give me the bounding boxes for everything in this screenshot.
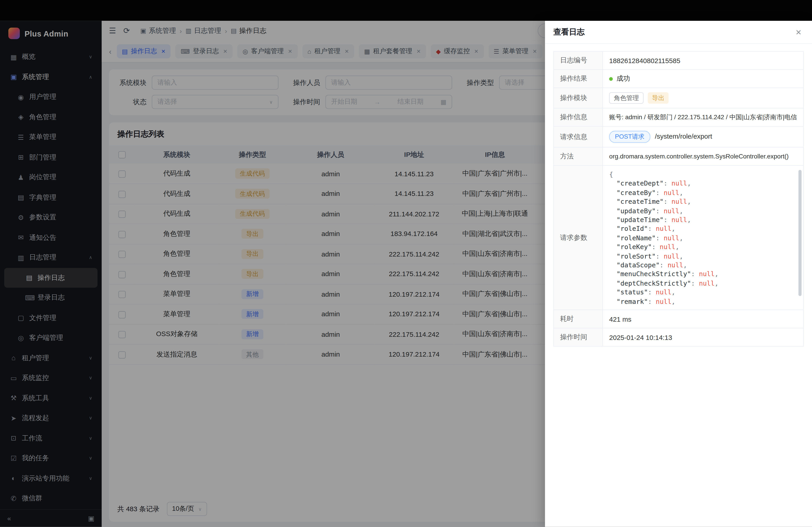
json-line: "createDept": null, [609,179,801,188]
json-key: "createTime" [617,198,664,206]
success-status-dot [609,77,613,81]
json-colon: : [656,189,664,197]
json-colon: : [691,270,699,278]
json-line: "updateTime": null, [609,215,801,224]
result-value: 成功 [617,75,630,82]
json-key: "status" [617,288,648,296]
operation-time-value: 2025-01-24 10:14:13 [603,328,803,346]
json-scrollbar-thumb[interactable] [798,170,802,296]
json-comma: , [671,225,675,233]
module-tag: 角色管理 [609,92,644,104]
json-colon: : [648,288,656,296]
json-key: "updateTime" [617,216,664,224]
json-comma: , [687,198,691,206]
json-comma: , [675,243,679,251]
json-colon: : [656,252,664,260]
json-line: "roleSort": null, [609,252,801,260]
json-colon: : [656,234,664,242]
json-null-value: null [656,225,671,233]
json-line: { [609,170,801,179]
json-key: "roleName" [617,234,656,242]
drawer-title: 查看日志 [553,27,585,37]
json-line: "roleKey": null, [609,243,801,252]
json-colon: : [648,225,656,233]
detail-row-request: 请求信息 POST请求/system/role/export [553,126,803,147]
json-key: "menuCheckStrictly" [617,270,691,278]
json-null-value: null [660,243,676,251]
detail-label: 日志编号 [553,51,603,70]
json-null-value: null [664,252,679,260]
detail-row-duration: 耗时 421 ms [553,310,803,328]
detail-label: 请求参数 [553,165,603,310]
json-colon: : [664,216,671,224]
json-colon: : [664,198,671,206]
detail-row-result: 操作结果 成功 [553,70,803,88]
json-colon: : [652,243,660,251]
detail-label: 操作信息 [553,108,603,126]
json-colon: : [691,279,699,287]
log-id-value: 1882612840802115585 [603,51,803,70]
json-null-value: null [664,189,679,197]
json-comma: , [683,261,687,269]
json-null-value: null [699,270,715,278]
request-params-json: {"createDept": null,"createBy": null,"cr… [603,166,803,310]
json-line: "menuCheckStrictly": null, [609,270,801,278]
json-key: "createDept" [617,179,664,187]
drawer-header: 查看日志 ✕ [545,21,812,44]
view-log-drawer: 查看日志 ✕ 日志编号 1882612840802115585 操作结果 成功 … [545,21,812,527]
json-null-value: null [671,179,687,187]
json-open-brace: { [609,170,613,178]
json-comma: , [679,252,683,260]
detail-label: 请求信息 [553,126,603,147]
duration-value: 421 ms [603,310,803,328]
detail-row-info: 操作信息 账号: admin / 研发部门 / 222.175.114.242 … [553,108,803,126]
detail-label: 操作结果 [553,70,603,88]
json-line: "dataScope": null, [609,260,801,270]
json-line: "status": null, [609,288,801,297]
json-line: "deptCheckStrictly": null, [609,279,801,288]
json-key: "deptCheckStrictly" [617,279,691,287]
detail-label: 方法 [553,147,603,165]
json-line: "createTime": null, [609,197,801,206]
json-line: "roleId": null, [609,224,801,233]
operation-type-tag: 导出 [648,92,669,104]
detail-row-log-id: 日志编号 1882612840802115585 [553,51,803,70]
json-comma: , [671,288,675,296]
json-line: "updateBy": null, [609,206,801,215]
json-colon: : [648,298,656,305]
close-icon[interactable]: ✕ [793,26,804,38]
request-url: /system/role/export [655,132,712,140]
json-key: "roleKey" [617,243,652,251]
json-key: "remark" [617,298,648,305]
json-null-value: null [664,207,679,215]
json-key: "createBy" [617,189,656,197]
json-key: "dataScope" [617,261,659,269]
json-line: "roleName": null, [609,233,801,242]
detail-row-params: 请求参数 {"createDept": null,"createBy": nul… [553,165,803,310]
json-colon: : [656,207,664,215]
screen: Plus Admin ▦概览∨▣系统管理∧◉用户管理◈角色管理☰菜单管理⊞部门管… [0,0,812,527]
method-value: org.dromara.system.controller.system.Sys… [603,147,803,165]
json-comma: , [714,279,719,287]
json-comma: , [687,179,691,187]
json-null-value: null [656,288,671,296]
json-null-value: null [671,216,687,224]
json-comma: , [679,234,683,242]
detail-row-module: 操作模块 角色管理导出 [553,88,803,108]
json-null-value: null [664,234,679,242]
json-key: "roleSort" [617,252,656,260]
json-comma: , [687,216,691,224]
json-null-value: null [671,198,687,206]
json-key: "roleId" [617,225,648,233]
json-colon: : [664,179,671,187]
json-key: "updateBy" [617,207,656,215]
json-comma: , [714,270,719,278]
operation-info-value: 账号: admin / 研发部门 / 222.175.114.242 / 中国|… [603,108,803,126]
json-null-value: null [667,261,683,269]
detail-label: 操作模块 [553,88,603,108]
json-null-value: null [656,298,671,305]
json-comma: , [671,298,675,305]
json-colon: : [660,261,668,269]
detail-label: 操作时间 [553,328,603,346]
detail-row-time: 操作时间 2025-01-24 10:14:13 [553,328,803,346]
